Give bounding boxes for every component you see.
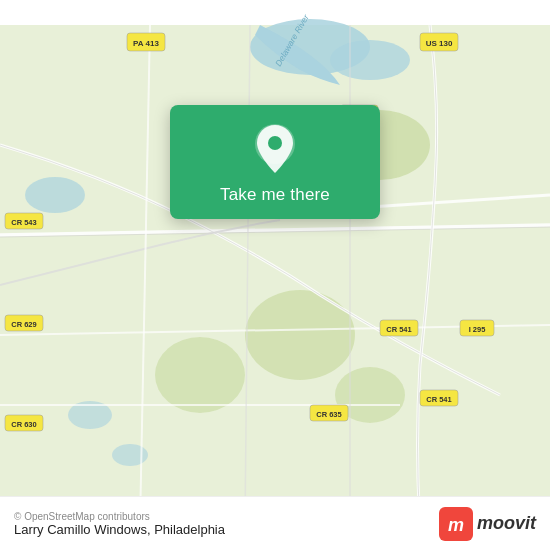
svg-point-2 [330,40,410,80]
svg-text:I 295: I 295 [469,325,486,334]
svg-point-7 [245,290,355,380]
svg-text:CR 541: CR 541 [426,395,451,404]
location-name: Larry Camillo Windows, Philadelphia [14,522,225,537]
location-card: Take me there [170,105,380,219]
map-background: PA 413 US 130 CR 543 CR 543 CR 629 CR 63… [0,0,550,550]
svg-text:m: m [448,515,464,535]
svg-rect-0 [0,25,550,525]
svg-text:US 130: US 130 [426,39,453,48]
bottom-info: © OpenStreetMap contributors Larry Camil… [14,511,225,537]
take-me-there-button[interactable]: Take me there [220,185,330,205]
svg-text:CR 629: CR 629 [11,320,36,329]
svg-point-5 [112,444,148,466]
svg-text:CR 541: CR 541 [386,325,411,334]
svg-text:CR 630: CR 630 [11,420,36,429]
svg-point-3 [25,177,85,213]
svg-text:CR 635: CR 635 [316,410,341,419]
copyright-text: © OpenStreetMap contributors [14,511,225,522]
moovit-logo: m moovit [439,507,536,541]
moovit-icon: m [439,507,473,541]
moovit-text: moovit [477,513,536,534]
svg-text:PA 413: PA 413 [133,39,159,48]
bottom-bar: © OpenStreetMap contributors Larry Camil… [0,496,550,550]
svg-point-9 [155,337,245,413]
svg-text:CR 543: CR 543 [11,218,36,227]
location-pin-icon [252,123,298,175]
pin-icon-wrapper [249,123,301,175]
map-container: PA 413 US 130 CR 543 CR 543 CR 629 CR 63… [0,0,550,550]
svg-point-40 [268,136,282,150]
